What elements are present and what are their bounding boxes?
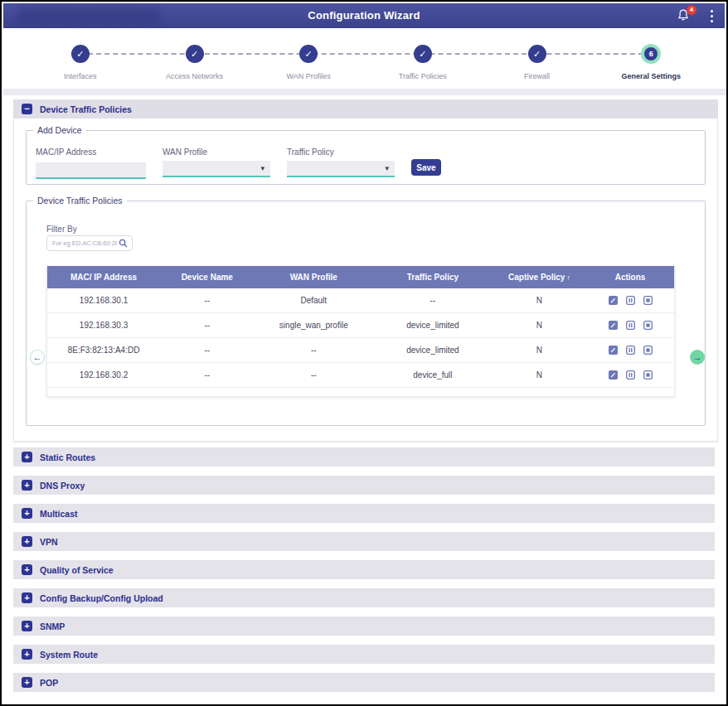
table-row: 192.168.30.1 -- Default -- N (47, 288, 674, 313)
chevron-down-icon: ▾ (385, 164, 389, 172)
stop-action-button[interactable] (643, 296, 653, 305)
accordion-pop[interactable]: + POP (13, 673, 715, 692)
filter-by-label: Filter By (46, 225, 77, 234)
table-row: 8E:F3:82:13:A4:DD -- -- device_limited N (47, 338, 674, 363)
cell-wan-profile: -- (254, 363, 373, 388)
pause-action-button[interactable] (626, 296, 635, 305)
accordion-title: SNMP (40, 621, 65, 631)
pause-action-button[interactable] (626, 370, 635, 380)
sort-up-icon: ↑ (566, 273, 570, 282)
accordion-system-route[interactable]: + System Route (13, 645, 715, 664)
configuration-wizard-window: Configuration Wizard 4 ✓ Interfaces ✓ Ac… (0, 0, 728, 706)
cell-captive-policy: N (493, 288, 586, 313)
expand-icon[interactable]: + (22, 508, 32, 519)
cell-wan-profile: -- (254, 338, 373, 363)
accordion-title: Quality of Service (40, 565, 114, 575)
filter-input[interactable] (47, 239, 119, 247)
previous-page-button[interactable]: ← (30, 350, 45, 365)
accordion-device-traffic-policies[interactable]: − Device Traffic Policies (13, 99, 718, 118)
cell-device-name: -- (160, 338, 254, 363)
expand-icon[interactable]: + (22, 480, 32, 491)
cell-captive-policy: N (493, 338, 586, 363)
search-icon[interactable] (119, 239, 128, 248)
cell-mac-ip: 8E:F3:82:13:A4:DD (47, 338, 160, 363)
step-interfaces[interactable]: ✓ Interfaces (23, 44, 138, 80)
accordion-title: Device Traffic Policies (40, 104, 132, 114)
stop-action-button[interactable] (643, 346, 653, 355)
expand-icon[interactable]: + (22, 564, 32, 575)
step-label: WAN Profiles (287, 72, 331, 80)
page-title: Configuration Wizard (3, 3, 725, 28)
step-label: Firewall (524, 72, 550, 80)
accordion-title: Config Backup/Config Upload (40, 593, 163, 603)
accordion-quality-of-service[interactable]: + Quality of Service (13, 560, 715, 579)
device-table-legend: Device Traffic Policies (33, 196, 127, 206)
notification-bell-button[interactable]: 4 (677, 8, 692, 23)
col-wan-profile: WAN Profile (254, 266, 373, 288)
col-traffic-policy: Traffic Policy (373, 266, 493, 288)
cell-traffic-policy: device_limited (373, 338, 493, 363)
mac-ip-input[interactable] (36, 162, 146, 179)
cell-device-name: -- (160, 288, 254, 313)
expand-icon[interactable]: + (22, 592, 32, 603)
accordion-vpn[interactable]: + VPN (13, 532, 715, 551)
stop-action-button[interactable] (643, 321, 653, 330)
col-captive-policy-sort[interactable]: Captive Policy↑ (493, 266, 586, 288)
table-row: 192.168.30.3 -- single_wan_profile devic… (47, 313, 674, 338)
wan-profile-select[interactable]: ▾ (163, 161, 270, 177)
cell-device-name: -- (160, 363, 254, 388)
notification-badge: 4 (687, 5, 696, 15)
accordion-static-routes[interactable]: + Static Routes (13, 447, 715, 467)
edit-action-button[interactable] (609, 321, 618, 330)
chevron-down-icon: ▾ (260, 164, 265, 172)
col-mac-ip: MAC/ IP Address (47, 266, 160, 288)
pause-action-button[interactable] (626, 321, 635, 330)
accordion-multicast[interactable]: + Multicast (13, 504, 715, 523)
pause-action-button[interactable] (626, 346, 635, 355)
expand-icon[interactable]: + (22, 536, 32, 547)
collapsed-sections: + Static Routes + DNS Proxy + Multicast … (13, 447, 715, 701)
collapse-icon[interactable]: − (22, 104, 32, 114)
step-firewall[interactable]: ✓ Firewall (480, 44, 595, 80)
traffic-policy-select[interactable]: ▾ (287, 161, 395, 177)
title-bar: Configuration Wizard 4 (3, 3, 725, 28)
table-header-row: MAC/ IP Address Device Name WAN Profile … (47, 266, 674, 288)
step-access-networks[interactable]: ✓ Access Networks (138, 44, 252, 80)
device-traffic-policies-panel: − Device Traffic Policies Add Device MAC… (3, 95, 728, 443)
step-wan-profiles[interactable]: ✓ WAN Profiles (251, 44, 366, 80)
next-page-button[interactable]: → (690, 350, 705, 365)
save-button[interactable]: Save (411, 159, 441, 176)
accordion-title: Multicast (40, 509, 78, 519)
accordion-title: POP (40, 678, 58, 688)
cell-device-name: -- (160, 313, 254, 338)
expand-icon[interactable]: + (22, 621, 32, 631)
kebab-menu-icon[interactable] (711, 10, 713, 22)
expand-icon[interactable]: + (22, 452, 32, 462)
device-traffic-policies-body: Add Device MAC/IP Address WAN Profile ▾ … (13, 118, 718, 442)
cell-wan-profile: single_wan_profile (254, 313, 373, 338)
step-traffic-policies[interactable]: ✓ Traffic Policies (366, 44, 480, 80)
accordion-snmp[interactable]: + SNMP (13, 617, 715, 636)
step-general-settings-active[interactable]: 6 General Settings (594, 44, 708, 80)
expand-icon[interactable]: + (22, 677, 32, 688)
accordion-title: VPN (40, 537, 58, 547)
cell-captive-policy: N (493, 363, 586, 388)
expand-icon[interactable]: + (22, 649, 32, 660)
edit-action-button[interactable] (609, 346, 618, 355)
stop-action-button[interactable] (643, 370, 653, 380)
step-label: Access Networks (166, 72, 223, 80)
edit-action-button[interactable] (609, 370, 618, 380)
cell-captive-policy: N (493, 313, 586, 338)
accordion-dns-proxy[interactable]: + DNS Proxy (13, 476, 715, 495)
step-number: 6 (644, 47, 658, 60)
accordion-title: System Route (40, 650, 98, 660)
section-divider (3, 89, 728, 95)
accordion-config-backup-upload[interactable]: + Config Backup/Config Upload (13, 588, 715, 607)
accordion-title: Static Routes (40, 452, 95, 462)
col-device-name: Device Name (160, 266, 254, 288)
cell-traffic-policy: device_limited (373, 313, 493, 338)
cell-wan-profile: Default (254, 288, 373, 313)
filter-input-box (46, 235, 133, 251)
edit-action-button[interactable] (609, 296, 618, 305)
cell-mac-ip: 192.168.30.1 (47, 288, 160, 313)
